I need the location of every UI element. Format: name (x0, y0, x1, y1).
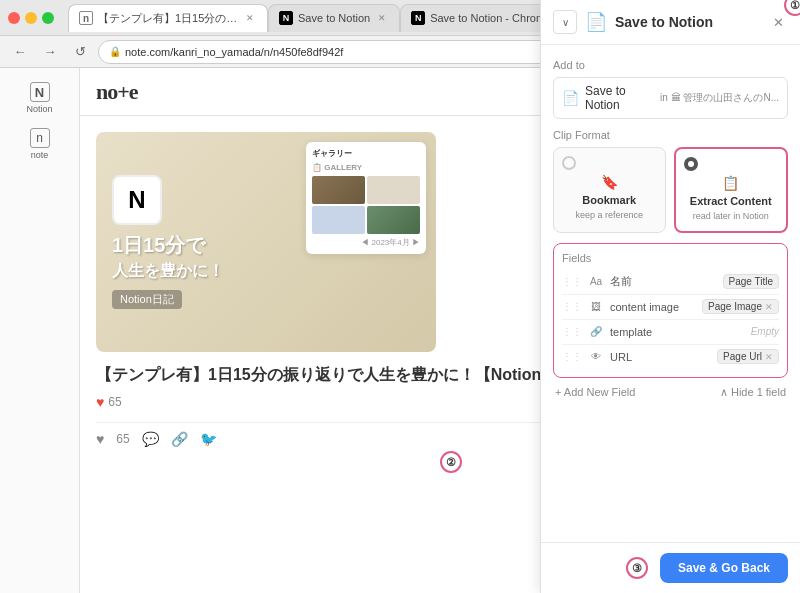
forward-button[interactable]: → (38, 40, 62, 64)
gallery-label: 📋 GALLERY (312, 163, 420, 172)
clip-format-label: Clip Format (553, 129, 788, 141)
traffic-lights (8, 12, 54, 24)
field-tag-content-image-close[interactable]: ✕ (765, 302, 773, 312)
gallery-grid (312, 176, 420, 234)
notion-logo-box: N (112, 175, 162, 225)
field-name-content-image: content image (610, 301, 696, 313)
bookmark-icon: 🔖 (601, 174, 618, 190)
tab-save-notion[interactable]: N Save to Notion ✕ (268, 4, 400, 32)
note-sidebar-icon: n (30, 128, 50, 148)
heart-icon: ♥ (96, 394, 104, 410)
tab-save-notion-close[interactable]: ✕ (375, 11, 389, 25)
field-tag-url-text: Page Url (723, 351, 762, 362)
add-to-dest: in 🏛 管理の山田さんのN... (660, 91, 779, 105)
browser-body: N Notion n note no+e キーワ (0, 68, 800, 593)
article-image: N 1日15分で 人生を豊かに！ Notion日記 ギャラリー 📋 GALLER… (96, 132, 436, 352)
close-window-button[interactable] (8, 12, 20, 24)
annotation-3: ③ (626, 557, 648, 579)
gallery-preview: ギャラリー 📋 GALLERY ◀ 2023年4月 ▶ (306, 142, 426, 254)
tab-note-label: 【テンプレ有】1日15分の振り返り (98, 11, 238, 26)
annotation-2: ② (440, 451, 462, 473)
site-logo: no+e (96, 79, 138, 105)
field-name-url: URL (610, 351, 711, 363)
article-tag: Notion日記 (112, 290, 182, 309)
gallery-preview-title: ギャラリー (312, 148, 420, 159)
add-to-text: Save to Notion (585, 84, 654, 112)
clip-format-row: 🔖 Bookmark keep a reference 📋 Extract Co… (553, 147, 788, 233)
panel-body: Add to 📄 Save to Notion in 🏛 管理の山田さんのN..… (541, 68, 800, 542)
tab-save-notion-label: Save to Notion (298, 12, 370, 24)
save-to-notion-panel: ∨ 📄 Save to Notion ✕ Add to 📄 Save to No… (540, 68, 800, 593)
fields-section: Fields ⋮⋮ Aa 名前 Page Title ⋮⋮ 🖼 (553, 243, 788, 378)
field-row-template: ⋮⋮ 🔗 template Empty (562, 320, 779, 345)
add-to-label: Add to (553, 68, 788, 71)
extract-radio[interactable] (684, 157, 698, 171)
notion-sidebar-icon: N (30, 82, 50, 102)
field-type-icon-content-image: 🖼 (588, 299, 604, 315)
twitter-icon[interactable]: 🐦 (200, 431, 217, 447)
note-sidebar-label: note (31, 150, 49, 160)
footer-heart-icon[interactable]: ♥ (96, 431, 104, 447)
field-drag-title[interactable]: ⋮⋮ (562, 276, 582, 287)
url-text: note.com/kanri_no_yamada/n/n450fe8df942f (125, 46, 343, 58)
heart-count: 65 (108, 395, 121, 409)
tab-note-close[interactable]: ✕ (243, 11, 257, 25)
extract-icon: 📋 (722, 175, 739, 191)
article-subheadline: 人生を豊かに！ (112, 261, 224, 282)
reload-button[interactable]: ↺ (68, 40, 92, 64)
field-tag-content-image: Page Image ✕ (702, 299, 779, 314)
field-name-title: 名前 (610, 274, 717, 289)
field-drag-url[interactable]: ⋮⋮ (562, 351, 582, 362)
field-drag-template[interactable]: ⋮⋮ (562, 326, 582, 337)
minimize-window-button[interactable] (25, 12, 37, 24)
clip-option-bookmark[interactable]: 🔖 Bookmark keep a reference (553, 147, 666, 233)
field-name-template: template (610, 326, 745, 338)
tab-note[interactable]: n 【テンプレ有】1日15分の振り返り ✕ (68, 4, 268, 32)
field-empty-template: Empty (751, 326, 779, 337)
panel-action-row: + Add New Field ∧ Hide 1 field (553, 386, 788, 399)
gallery-cell-4 (367, 206, 420, 234)
notion-logo-letter: N (128, 186, 145, 214)
field-row-title: ⋮⋮ Aa 名前 Page Title (562, 270, 779, 295)
maximize-window-button[interactable] (42, 12, 54, 24)
bookmark-radio[interactable] (562, 156, 576, 170)
footer-heart-count: 65 (116, 432, 129, 446)
add-to-row[interactable]: 📄 Save to Notion in 🏛 管理の山田さんのN... (553, 77, 788, 119)
extract-desc: read later in Notion (693, 211, 769, 223)
add-field-button[interactable]: + Add New Field (555, 386, 635, 398)
save-go-back-button[interactable]: Save & Go Back (660, 553, 788, 583)
sidebar-item-notion[interactable]: N Notion (4, 76, 75, 120)
field-row-content-image: ⋮⋮ 🖼 content image Page Image ✕ (562, 295, 779, 320)
note-favicon: n (79, 11, 93, 25)
gallery-cell-1 (312, 176, 365, 204)
field-type-icon-template: 🔗 (588, 324, 604, 340)
field-tag-title: Page Title (723, 274, 779, 289)
browser-frame: n 【テンプレ有】1日15分の振り返り ✕ N Save to Notion ✕… (0, 0, 800, 593)
chrome-ext-favicon: N (411, 11, 425, 25)
add-to-doc-icon: 📄 (562, 90, 579, 106)
left-sidebar: N Notion n note (0, 68, 80, 593)
extract-label: Extract Content (690, 195, 772, 207)
bookmark-desc: keep a reference (575, 210, 643, 222)
back-button[interactable]: ← (8, 40, 32, 64)
fields-label: Fields (562, 252, 779, 264)
article-headline: 1日15分で (112, 233, 205, 257)
notion-sidebar-label: Notion (26, 104, 52, 114)
hide-field-label: ∧ Hide 1 field (720, 386, 786, 399)
field-drag-content-image[interactable]: ⋮⋮ (562, 301, 582, 312)
sidebar-item-note[interactable]: n note (4, 122, 75, 166)
field-type-icon-url: 👁 (588, 349, 604, 365)
lock-icon: 🔒 (109, 46, 121, 57)
link-icon[interactable]: 🔗 (171, 431, 188, 447)
hide-field-button[interactable]: ∧ Hide 1 field (720, 386, 786, 399)
save-notion-favicon: N (279, 11, 293, 25)
panel-footer: ③ Save & Go Back (541, 542, 800, 593)
field-row-url: ⋮⋮ 👁 URL Page Url ✕ (562, 345, 779, 369)
comment-icon[interactable]: 💬 (142, 431, 159, 447)
add-field-label: + Add New Field (555, 386, 635, 398)
field-tag-title-text: Page Title (729, 276, 773, 287)
field-type-icon-title: Aa (588, 274, 604, 290)
clip-option-extract[interactable]: 📋 Extract Content read later in Notion (674, 147, 789, 233)
gallery-date: ◀ 2023年4月 ▶ (312, 237, 420, 248)
field-tag-url-close[interactable]: ✕ (765, 352, 773, 362)
